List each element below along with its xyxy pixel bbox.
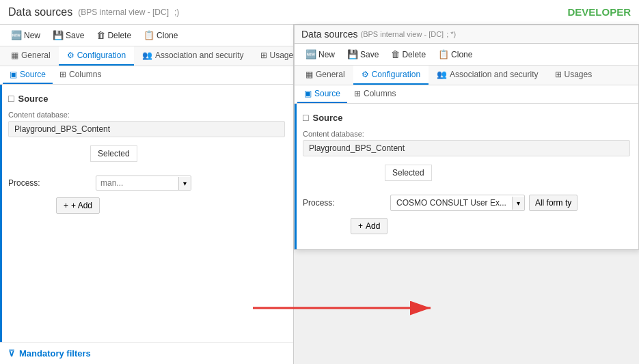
right-panel-subtitle: (BPS internal view - [DC] (360, 30, 444, 38)
right-sub-tabs: ▣ Source ⊞ Columns (295, 85, 638, 104)
add-button-left[interactable]: + + Add (56, 197, 100, 214)
content-database-field-left: Content database: Playground_BPS_Content (8, 111, 285, 137)
clone-icon: 📋 (144, 30, 154, 40)
process-dropdown-arrow-left[interactable]: ▾ (178, 177, 191, 190)
right-new-button[interactable]: 🆕 New (300, 46, 340, 62)
selected-badge-left: Selected (90, 145, 137, 162)
process-label-left: Process: (8, 178, 49, 188)
source-tab-icon-right: ▣ (304, 89, 312, 98)
tab-configuration-left[interactable]: ⚙ Configuration (59, 46, 134, 66)
source-section-icon-right: □ (303, 112, 308, 123)
usages-icon-left: ⊞ (260, 51, 267, 60)
tab-association-left[interactable]: 👥 Association and security (134, 46, 251, 66)
right-clone-button[interactable]: 📋 Clone (433, 46, 478, 62)
new-icon: 🆕 (11, 30, 22, 40)
tab-general-left[interactable]: ▦ General (3, 46, 59, 66)
columns-tab-icon-right: ⊞ (354, 89, 361, 98)
association-icon-right: 👥 (437, 70, 447, 79)
sub-tab-source-right[interactable]: ▣ Source (297, 85, 347, 103)
tab-association-right[interactable]: 👥 Association and security (429, 66, 546, 85)
left-panel-content: □ Source Content database: Playground_BP… (0, 85, 293, 342)
right-delete-button[interactable]: 🗑 Delete (385, 46, 431, 62)
add-icon-right: + (358, 221, 363, 231)
tab-usages-right[interactable]: ⊞ Usages (547, 66, 601, 85)
delete-icon-right: 🗑 (391, 49, 400, 59)
add-button-right[interactable]: + Add (351, 218, 388, 234)
right-panel-header: Data sources (BPS internal view - [DC] ;… (295, 25, 638, 44)
left-clone-button[interactable]: 📋 Clone (138, 27, 183, 43)
filter-icon-left: ⊽ (8, 348, 15, 359)
source-tab-icon-left: ▣ (10, 70, 17, 79)
mandatory-filters-left[interactable]: ⊽ Mandatory filters (0, 342, 293, 364)
right-toolbar: 🆕 New 💾 Save 🗑 Delete 📋 Clone (295, 44, 638, 66)
process-row-right: Process: COSMO CONSULT User Ex... ▾ All … (303, 195, 630, 211)
tab-configuration-right[interactable]: ⚙ Configuration (353, 66, 429, 85)
sub-tab-columns-left[interactable]: ⊞ Columns (53, 66, 108, 84)
process-dropdown-value-right: COSMO CONSULT User Ex... (391, 195, 512, 210)
left-delete-button[interactable]: 🗑 Delete (91, 27, 137, 43)
content-database-value-left: Playground_BPS_Content (8, 121, 285, 137)
association-icon-left: 👥 (142, 51, 152, 60)
process-dropdown-left[interactable]: ▾ (96, 176, 191, 191)
save-icon-right: 💾 (347, 49, 358, 59)
clone-icon-right: 📋 (438, 49, 449, 59)
app-title: Data sources (8, 6, 72, 18)
app-subtitle: (BPS internal view - [DC] (78, 8, 169, 17)
usages-icon-right: ⊞ (555, 70, 562, 79)
right-save-button[interactable]: 💾 Save (342, 46, 384, 62)
source-section-icon-left: □ (8, 93, 14, 104)
content-database-label-right: Content database: (303, 130, 630, 138)
app-subtitle-end: ;) (174, 8, 179, 17)
add-icon-left: + (64, 201, 68, 210)
process-dropdown-arrow-right[interactable]: ▾ (512, 197, 524, 210)
process-input-left[interactable] (96, 176, 178, 190)
content-database-field-right: Content database: Playground_BPS_Content (303, 130, 630, 156)
configuration-icon-left: ⚙ (67, 51, 74, 60)
left-toolbar: 🆕 New 💾 Save 🗑 Delete 📋 Clone (0, 25, 293, 46)
all-form-button[interactable]: All form ty (529, 195, 577, 211)
new-icon-right: 🆕 (305, 49, 316, 59)
process-row-left: Process: ▾ (8, 176, 285, 191)
configuration-icon-right: ⚙ (362, 70, 369, 79)
general-icon-left: ▦ (11, 51, 18, 60)
right-panel-content: □ Source Content database: Playground_BP… (295, 104, 638, 249)
right-tabs: ▦ General ⚙ Configuration 👥 Association … (295, 66, 638, 85)
selected-badge-right: Selected (385, 165, 432, 181)
source-section-header-left: □ Source (8, 93, 285, 104)
developer-badge: DEVELOPER (567, 6, 631, 18)
content-database-value-right: Playground_BPS_Content (303, 140, 630, 156)
right-panel-subtitle-end: ; *) (446, 30, 456, 38)
process-label-right: Process: (303, 198, 344, 208)
left-sub-tabs: ▣ Source ⊞ Columns (0, 66, 293, 85)
left-panel: 🆕 New 💾 Save 🗑 Delete 📋 Clone ▦ General (0, 25, 294, 364)
delete-icon: 🗑 (96, 30, 105, 40)
sub-tab-source-left[interactable]: ▣ Source (3, 66, 53, 84)
columns-tab-icon-left: ⊞ (59, 70, 66, 79)
source-section-header-right: □ Source (303, 112, 630, 123)
general-icon-right: ▦ (305, 70, 313, 79)
process-dropdown-right[interactable]: COSMO CONSULT User Ex... ▾ (390, 195, 525, 211)
left-save-button[interactable]: 💾 Save (47, 27, 90, 43)
left-tabs: ▦ General ⚙ Configuration 👥 Association … (0, 46, 293, 66)
content-database-label-left: Content database: (8, 111, 285, 119)
right-panel-title: Data sources (301, 29, 357, 40)
save-icon: 💾 (53, 30, 64, 40)
sub-tab-columns-right[interactable]: ⊞ Columns (347, 85, 403, 103)
tab-general-right[interactable]: ▦ General (297, 66, 353, 85)
right-panel: Data sources (BPS internal view - [DC] ;… (294, 25, 639, 250)
left-new-button[interactable]: 🆕 New (5, 27, 46, 43)
